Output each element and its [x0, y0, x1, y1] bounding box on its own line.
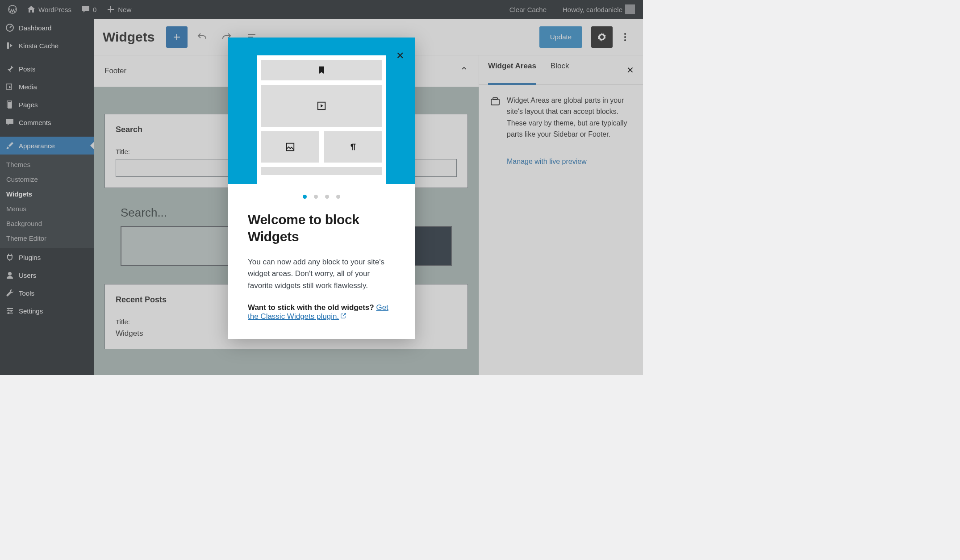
paragraph-icon [348, 142, 358, 152]
welcome-modal: ✕ Welcome to block Widgets You can now a… [228, 38, 415, 339]
dot-4[interactable] [336, 195, 340, 199]
bookmark-icon [317, 65, 326, 75]
dot-2[interactable] [314, 195, 318, 199]
modal-heading: Welcome to block Widgets [248, 211, 395, 245]
close-modal-button[interactable]: ✕ [396, 50, 404, 62]
modal-hero: ✕ [228, 38, 415, 184]
play-icon [317, 101, 326, 111]
dot-3[interactable] [325, 195, 329, 199]
stick-prefix: Want to stick with the old widgets? [248, 303, 376, 312]
dot-1[interactable] [303, 195, 307, 199]
modal-body-text: You can now add any block to your site's… [248, 256, 395, 292]
image-icon [285, 142, 295, 152]
svg-rect-15 [287, 143, 294, 151]
hero-illustration [257, 55, 386, 184]
modal-footer-text: Want to stick with the old widgets? Get … [248, 303, 395, 321]
external-link-icon [340, 313, 346, 319]
pagination-dots[interactable] [248, 195, 395, 199]
